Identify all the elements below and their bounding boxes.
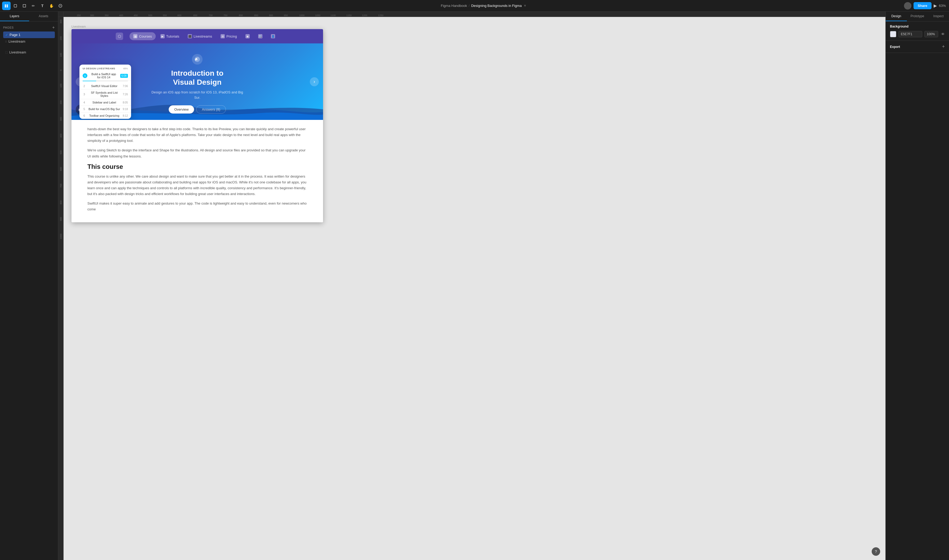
nav-courses[interactable]: ▦ Courses [129,32,156,40]
nav-pricing[interactable]: ⊞ Pricing [217,32,241,40]
breadcrumb-file: Designing Backgrounds in Figma [471,4,522,8]
playlist-name-5: Toolbar and Organizing [88,114,121,117]
ruler-corner [58,12,63,17]
export-add-btn[interactable]: + [942,44,945,49]
tab-design[interactable]: Design [886,12,907,21]
nav-search[interactable]: 🔍 [254,32,266,40]
canvas-scroll[interactable]: Livestream ⬡ ▦ Courses ▶ T [63,17,886,560]
playlist-name-1: SwiftUI Visual Editor [88,85,121,88]
page2-label: Livestream [8,39,25,43]
playlist-num-5: 6 [83,114,86,117]
frame-tool[interactable] [11,2,20,10]
nav-tutorials-label: Tutorials [166,34,179,38]
playlist-progress-fill [83,81,96,81]
background-section: Background 👁 [886,22,949,41]
frame-label: Livestream [71,25,878,28]
hero-section: Introduction to Visual Design Design an … [71,43,323,120]
text-tool[interactable]: T [38,2,46,10]
playlist-item-5[interactable]: 6 Toolbar and Organizing 8:12 [79,112,131,119]
right-sidebar: Design Prototype Inspect Background 👁 Ex… [886,12,949,560]
playlist-item-0[interactable]: 1 Build a SwiftUI app for iOS 14 6:08 [79,71,131,81]
playlist-item-4[interactable]: 5 Build for macOS Big Sur 9:18 [79,106,131,112]
course-para-2: SwiftUI makes it super easy to animate a… [87,201,307,212]
playlist-name-3: Sidebar and Label [88,101,121,104]
page-item-livestream[interactable]: □ Livestream [3,38,55,45]
tab-layers[interactable]: Layers [0,12,29,21]
play-button[interactable]: ▶ [934,3,937,8]
svg-rect-0 [5,5,6,6]
breadcrumb-project: Figma Handbook [441,4,467,8]
visibility-icon[interactable]: 👁 [941,32,945,36]
canvas-content: Livestream ⬡ ▦ Courses ▶ T [63,17,886,230]
right-tab-bar: Design Prototype Inspect [886,12,949,22]
share-button[interactable]: Share [914,2,932,9]
playlist-num-1: 2 [83,85,86,88]
playlist-item-1[interactable]: 2 SwiftUI Visual Editor 7:06 [79,83,131,89]
tutorials-icon: ▶ [160,34,165,38]
menu-tool[interactable] [2,2,11,10]
playlist-num-2: 3 [83,92,86,96]
layer-label: Livestream [9,50,26,54]
layer-icon: ⬚ [5,51,8,54]
tab-assets[interactable]: Assets [29,12,58,21]
playlist-item-3[interactable]: 4 Sidebar and Label 8:05 [79,99,131,106]
page-icon: □ [5,40,7,43]
playlist-header: UI DESIGN LIVESTREAMS 48% [79,65,131,71]
hero-next-btn[interactable]: › [310,77,319,86]
playlist-dur-4: 9:18 [123,108,128,111]
playlist-num-3: 4 [83,101,86,104]
playlist-dur-3: 8:05 [123,101,128,104]
toolbar: ✏ T ✋ Figma Handbook / Designing Backgro… [0,0,949,12]
pages-section: Pages + ✓ Page 1 □ Livestream [0,22,58,47]
bg-opacity-input[interactable] [924,31,938,37]
svg-rect-5 [23,5,26,7]
bg-hex-input[interactable] [898,31,922,37]
svg-rect-2 [5,6,6,8]
left-sidebar: Layers Assets Pages + ✓ Page 1 □ Livestr… [0,12,58,560]
avatar [904,2,911,9]
shape-tool[interactable] [20,2,29,10]
tab-answers[interactable]: Answers (8) [196,105,226,114]
bg-color-swatch[interactable] [890,31,896,37]
layer-livestream[interactable]: ⬚ Livestream [3,49,55,55]
pen-tool[interactable]: ✏ [29,2,38,10]
pages-header: Pages + [3,23,55,31]
sidebar-tab-bar: Layers Assets [0,12,58,22]
nav-user[interactable]: 👤 [267,32,279,40]
layers-section: ⬚ Livestream [0,47,58,58]
nav-extra1[interactable]: ◆ [242,32,253,40]
dropdown-chevron[interactable]: ▼ [523,4,527,8]
page-item-page1[interactable]: ✓ Page 1 [3,31,55,38]
nav-tutorials[interactable]: ▶ Tutorials [157,32,183,40]
intro-para-2: We're using Sketch to design the interfa… [87,148,307,159]
page1-label: Page 1 [9,33,20,37]
swift-icon [192,54,203,65]
toolbar-actions: Share ▶ 63% [901,2,949,9]
comment-tool[interactable] [56,2,65,10]
playlist-pct: 48% [123,67,128,70]
tab-overview[interactable]: Overview [169,105,194,114]
tab-prototype[interactable]: Prototype [907,12,928,21]
nav-livestreams[interactable]: ⬛ Livestreams [184,32,216,40]
site-logo: ⬡ [116,32,123,40]
playlist-item-2[interactable]: 3 SF Symbols and List Styles 7:26 [79,89,131,99]
nav-courses-label: Courses [139,34,152,38]
webpage-frame: ⬡ ▦ Courses ▶ Tutorials ⬛ Liv [71,29,323,222]
intro-text-2: We're using Sketch to design the interfa… [87,148,305,158]
hand-tool[interactable]: ✋ [47,2,55,10]
svg-rect-1 [7,5,8,6]
breadcrumb-separator: / [469,4,470,8]
add-page-btn[interactable]: + [52,25,55,30]
help-button[interactable]: ? [872,547,880,556]
nav-items: ▦ Courses ▶ Tutorials ⬛ Livestreams ⊞ [129,32,279,40]
tab-inspect[interactable]: Inspect [928,12,949,21]
course-para-1: This course is unlike any other. We care… [87,174,307,197]
check-icon: ✓ [5,33,8,37]
zoom-level: 63% [939,4,946,8]
pages-label: Pages [3,26,14,29]
export-label: Export [890,45,900,49]
nav-pricing-label: Pricing [226,34,237,38]
playlist-num-4: 5 [83,108,86,111]
export-row: Export + [890,44,945,49]
livestreams-icon: ⬛ [188,34,192,38]
